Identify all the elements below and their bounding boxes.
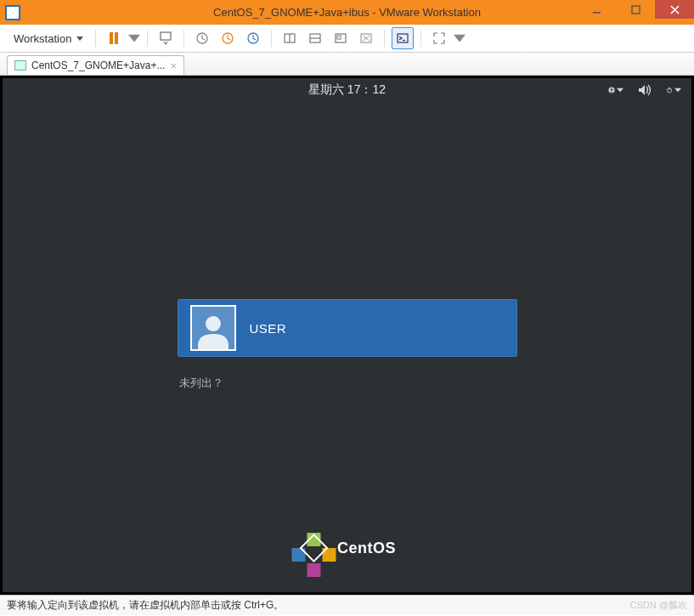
fullscreen-icon: [432, 31, 446, 45]
svg-rect-11: [337, 36, 341, 39]
toolbar-separator: [420, 30, 421, 47]
svg-rect-1: [632, 6, 640, 14]
gdm-top-right: [608, 78, 681, 102]
svg-point-19: [206, 316, 221, 331]
pause-icon: [110, 32, 118, 44]
chevron-down-icon: [674, 82, 681, 98]
user-avatar-icon: [195, 312, 232, 349]
vmware-app-icon: [5, 5, 20, 20]
vm-tabstrip: CentOS_7_GNOME+Java+... ×: [0, 53, 694, 76]
workstation-menu[interactable]: Workstation: [8, 30, 88, 48]
view-sidebyside-button[interactable]: [279, 27, 301, 49]
chevron-down-icon: [617, 82, 623, 98]
send-ctrl-alt-del-button[interactable]: [155, 27, 177, 49]
toolbar-separator: [147, 30, 148, 47]
vm-tab-label: CentOS_7_GNOME+Java+...: [31, 59, 165, 71]
accessibility-menu[interactable]: [608, 82, 623, 98]
split-horizontal-icon: [308, 31, 322, 45]
snapshot-take-button[interactable]: [191, 27, 213, 49]
avatar: [190, 305, 236, 351]
exclusive-icon: [359, 31, 373, 45]
not-listed-link[interactable]: 未列出？: [178, 376, 517, 391]
fullscreen-button[interactable]: [428, 27, 450, 49]
svg-point-16: [611, 88, 612, 89]
svg-rect-0: [593, 12, 601, 14]
statusbar: 要将输入定向到该虚拟机，请在虚拟机内部单击或按 Ctrl+G。 CSDN @瓢吹: [0, 595, 694, 615]
toolbar-separator: [271, 30, 272, 47]
minimize-button[interactable]: [577, 0, 616, 19]
view-console-button[interactable]: [392, 27, 414, 49]
clock-manager-icon: [246, 31, 260, 45]
user-name-label: USER: [250, 321, 287, 336]
chevron-down-icon: [454, 31, 465, 45]
workstation-menu-label: Workstation: [14, 32, 71, 45]
fullscreen-menu-button[interactable]: [454, 27, 465, 49]
unity-icon: [334, 31, 347, 45]
statusbar-hint: 要将输入定向到该虚拟机，请在虚拟机内部单击或按 Ctrl+G。: [7, 598, 284, 613]
chevron-down-icon: [76, 37, 83, 41]
maximize-button[interactable]: [616, 0, 655, 19]
guest-display[interactable]: 星期六 17：12: [3, 78, 691, 592]
toolbar-separator: [183, 30, 184, 47]
toolbar-separator: [384, 30, 385, 47]
volume-menu[interactable]: [637, 82, 652, 98]
split-vertical-icon: [283, 31, 296, 45]
console-icon: [396, 31, 409, 45]
gdm-login-area: USER 未列出？: [178, 299, 517, 391]
pause-menu-button[interactable]: [128, 27, 140, 49]
clock-revert-icon: [221, 31, 234, 45]
close-button[interactable]: [655, 0, 694, 19]
centos-brand-text: CentOS: [337, 540, 396, 557]
view-exclusive-button[interactable]: [355, 27, 377, 49]
svg-rect-2: [161, 32, 171, 40]
chevron-down-icon: [128, 31, 140, 45]
window-titlebar: CentOS_7_GNOME+Java+ibus - VMware Workst…: [0, 0, 694, 25]
snapshot-revert-button[interactable]: [217, 27, 239, 49]
pause-vm-button[interactable]: [103, 27, 125, 49]
power-menu[interactable]: [666, 82, 681, 98]
tab-close-button[interactable]: ×: [170, 59, 177, 72]
toolbar-separator: [95, 30, 96, 47]
guest-display-frame: 星期六 17：12: [0, 76, 694, 595]
view-stacked-button[interactable]: [304, 27, 326, 49]
centos-brand: CentOS: [298, 533, 396, 563]
view-unity-button[interactable]: [330, 27, 352, 49]
centos-logo-icon: [298, 533, 329, 563]
keyboard-send-icon: [159, 31, 172, 45]
watermark: CSDN @瓢吹: [630, 599, 687, 612]
volume-icon: [637, 82, 652, 98]
gdm-clock: 星期六 17：12: [308, 82, 386, 98]
main-toolbar: Workstation: [0, 25, 694, 53]
user-card[interactable]: USER: [178, 299, 517, 357]
window-controls: [577, 0, 694, 19]
vm-tab[interactable]: CentOS_7_GNOME+Java+... ×: [7, 55, 184, 75]
clock-icon: [195, 31, 209, 45]
gdm-top-bar: 星期六 17：12: [3, 78, 691, 102]
accessibility-icon: [608, 82, 615, 98]
snapshot-manager-button[interactable]: [242, 27, 264, 49]
vm-tab-icon: [14, 60, 26, 71]
window-title: CentOS_7_GNOME+Java+ibus - VMware Workst…: [213, 6, 481, 19]
power-icon: [666, 82, 673, 98]
